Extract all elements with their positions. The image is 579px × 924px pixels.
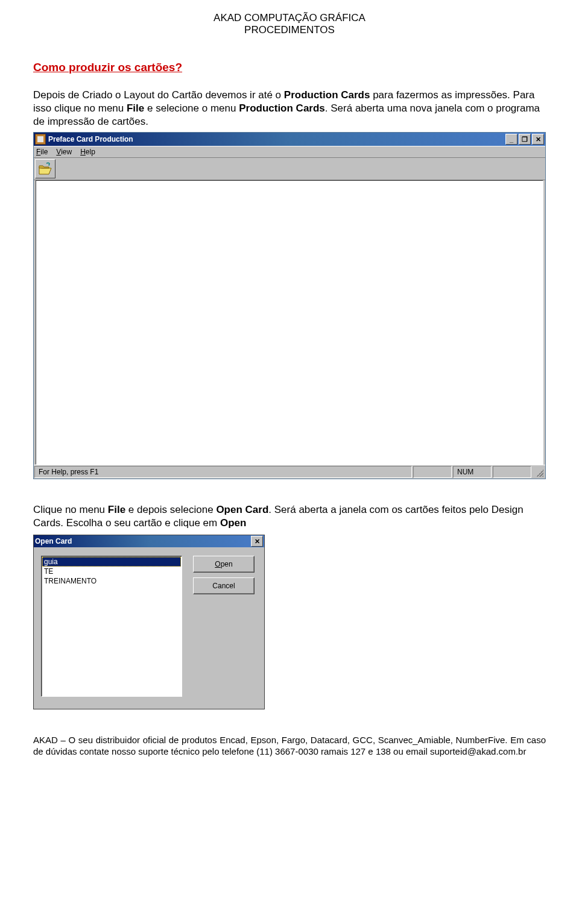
doc-header-line1: AKAD COMPUTAÇÃO GRÁFICA [33, 12, 546, 24]
menu-help[interactable]: HHelpelp [80, 148, 95, 156]
cancel-button[interactable]: Cancel [193, 577, 255, 594]
paragraph-2: Clique no menu File e depois selecione O… [33, 503, 546, 530]
folder-open-icon [38, 162, 52, 175]
app-window: Preface Card Production _ ❐ ✕ FFileile V… [33, 132, 546, 479]
list-item[interactable]: TREINAMENTO [42, 576, 181, 586]
open-button[interactable]: OpenOpen [193, 556, 255, 573]
status-num: NUM [453, 466, 492, 478]
dialog-title: Open Card [35, 537, 250, 545]
card-listbox[interactable]: guia TE TREINAMENTO [41, 556, 182, 697]
menu-view[interactable]: VViewiew [56, 148, 72, 156]
resize-grip[interactable] [533, 466, 545, 478]
app-icon [35, 134, 46, 145]
document-header: AKAD COMPUTAÇÃO GRÁFICA PROCEDIMENTOS [33, 12, 546, 37]
maximize-button[interactable]: ❐ [519, 134, 531, 145]
titlebar[interactable]: Preface Card Production _ ❐ ✕ [34, 133, 545, 146]
window-title: Preface Card Production [48, 135, 504, 143]
client-area [36, 180, 543, 465]
section-title: Como produzir os cartões? [33, 61, 546, 74]
open-card-dialog: Open Card ✕ guia TE TREINAMENTO OpenOpen… [33, 535, 265, 709]
open-toolbar-button[interactable] [35, 159, 55, 178]
status-empty-1 [413, 466, 452, 478]
dialog-close-button[interactable]: ✕ [251, 536, 263, 547]
close-button[interactable]: ✕ [532, 134, 544, 145]
dialog-button-column: OpenOpen Cancel [193, 556, 255, 697]
dialog-titlebar[interactable]: Open Card ✕ [34, 535, 264, 547]
doc-header-line2: PROCEDIMENTOS [33, 24, 546, 36]
menu-file[interactable]: FFileile [36, 148, 48, 156]
list-item[interactable]: TE [42, 567, 181, 576]
statusbar: For Help, press F1 NUM [34, 465, 545, 479]
status-empty-2 [493, 466, 531, 478]
menubar: FFileile VViewiew HHelpelp [34, 146, 545, 157]
paragraph-1: Depois de Criado o Layout do Cartão deve… [33, 89, 546, 128]
status-help-text: For Help, press F1 [34, 466, 412, 478]
footer-text: AKAD – O seu distribuidor oficial de pro… [33, 735, 546, 758]
minimize-button[interactable]: _ [505, 134, 517, 145]
toolbar [34, 157, 545, 180]
list-item[interactable]: guia [42, 557, 181, 567]
